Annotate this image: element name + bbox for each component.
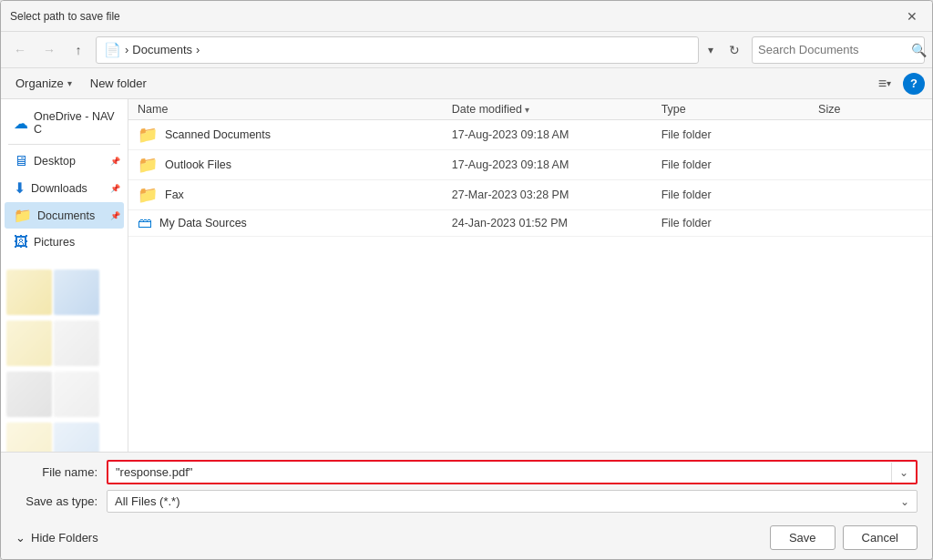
file-name-dropdown-button[interactable]: ⌄ [891, 463, 916, 483]
col-size-label: Size [818, 103, 840, 116]
desktop-icon: 🖥 [14, 153, 28, 169]
pinned-thumbnails [5, 266, 124, 452]
path-segment-documents: Documents [132, 43, 192, 56]
onedrive-icon: ☁ [14, 115, 28, 132]
file-type-0: File folder [661, 128, 818, 141]
col-date-label: Date modified [452, 103, 522, 116]
path-chevron-2: › [196, 43, 200, 56]
new-folder-button[interactable]: New folder [83, 73, 154, 94]
organize-dropdown-arrow: ▾ [67, 78, 72, 88]
file-list-header: Name Date modified ▾ Type Size [128, 99, 932, 120]
path-chevron: › [125, 43, 128, 56]
file-type-2: File folder [661, 188, 818, 201]
thumb-8 [54, 423, 99, 452]
sidebar-item-onedrive[interactable]: ☁ OneDrive - NAV C [5, 106, 124, 140]
sidebar-item-desktop[interactable]: 🖥 Desktop 📌 [5, 148, 124, 174]
col-header-type[interactable]: Type [661, 103, 818, 116]
help-button[interactable]: ? [903, 73, 925, 95]
sidebar-item-desktop-label: Desktop [34, 155, 76, 168]
search-input[interactable] [758, 43, 911, 56]
hide-folders-label: Hide Folders [31, 531, 98, 545]
desktop-pin-icon: 📌 [110, 157, 120, 166]
sidebar-item-downloads[interactable]: ⬇ Downloads 📌 [5, 175, 124, 201]
file-name-input[interactable] [108, 462, 891, 483]
hide-folders-button[interactable]: ⌄ Hide Folders [15, 531, 98, 545]
sidebar-item-documents-label: Documents [37, 209, 95, 222]
sidebar-item-pictures-label: Pictures [34, 236, 75, 249]
back-button[interactable]: ← [8, 38, 32, 62]
col-header-size[interactable]: Size [818, 103, 923, 116]
sidebar-item-documents[interactable]: 📁 Documents 📌 [5, 202, 124, 229]
address-bar: ← → ↑ 📄 › Documents › ▾ ↻ 🔍 [1, 32, 932, 68]
thumb-6 [54, 372, 99, 417]
sidebar: ☁ OneDrive - NAV C 🖥 Desktop 📌 ⬇ Downloa… [1, 99, 128, 452]
thumb-2 [54, 270, 99, 315]
main-area: ☁ OneDrive - NAV C 🖥 Desktop 📌 ⬇ Downloa… [1, 99, 932, 452]
footer-actions: Save Cancel [770, 525, 918, 550]
downloads-icon: ⬇ [14, 179, 26, 197]
table-row[interactable]: 🗃 My Data Sources 24-Jan-2023 01:52 PM F… [128, 210, 932, 237]
new-folder-label: New folder [90, 76, 147, 90]
organize-label: Organize [15, 76, 64, 90]
file-list: 📁 Scanned Documents 17-Aug-2023 09:18 AM… [128, 120, 932, 452]
cancel-button[interactable]: Cancel [843, 525, 918, 550]
pictures-icon: 🖼 [14, 234, 28, 250]
col-type-label: Type [661, 103, 686, 116]
folder-icon-0: 📁 [138, 125, 158, 145]
refresh-button[interactable]: ↻ [723, 38, 746, 62]
save-type-label: Save as type: [15, 494, 97, 508]
up-button[interactable]: ↑ [67, 38, 90, 62]
thumb-7 [6, 423, 52, 452]
file-name-label: File name: [15, 465, 97, 479]
thumb-5 [6, 372, 52, 417]
col-header-name[interactable]: Name [138, 103, 452, 116]
sort-arrow: ▾ [525, 105, 529, 115]
thumb-1 [6, 270, 52, 315]
sidebar-item-pictures[interactable]: 🖼 Pictures [5, 229, 124, 255]
footer: ⌄ Hide Folders Save Cancel [1, 520, 932, 559]
file-list-area: Name Date modified ▾ Type Size 📁 [128, 99, 932, 452]
save-type-value: All Files (*.*) [108, 491, 893, 512]
view-dropdown-arrow: ▾ [887, 78, 891, 88]
col-name-label: Name [138, 103, 168, 116]
file-date-1: 17-Aug-2023 09:18 AM [452, 158, 661, 171]
file-date-2: 27-Mar-2023 03:28 PM [452, 188, 661, 201]
save-type-dropdown-arrow: ⌄ [893, 492, 917, 512]
file-name-2: Fax [165, 188, 184, 201]
sidebar-item-downloads-label: Downloads [31, 182, 87, 195]
forward-button[interactable]: → [37, 38, 61, 62]
organize-button[interactable]: Organize ▾ [8, 73, 79, 94]
search-icon: 🔍 [911, 43, 927, 57]
folder-icon-1: 📁 [138, 155, 158, 175]
thumb-3 [6, 321, 52, 366]
sidebar-separator [8, 144, 120, 145]
help-icon: ? [910, 76, 918, 90]
thumb-4 [54, 321, 99, 366]
save-file-dialog: Select path to save file ✕ ← → ↑ 📄 › Doc… [0, 0, 933, 560]
title-bar: Select path to save file ✕ [1, 1, 932, 32]
search-box[interactable]: 🔍 [752, 36, 925, 64]
toolbar: Organize ▾ New folder ≡ ▾ ? [1, 68, 932, 99]
documents-pin-icon: 📌 [110, 211, 120, 220]
file-date-3: 24-Jan-2023 01:52 PM [452, 217, 661, 229]
file-type-3: File folder [661, 217, 818, 229]
address-dropdown-button[interactable]: ▾ [704, 44, 717, 56]
save-button[interactable]: Save [770, 525, 836, 550]
table-row[interactable]: 📁 Scanned Documents 17-Aug-2023 09:18 AM… [128, 120, 932, 150]
file-name-input-wrapper[interactable]: ⌄ [107, 460, 918, 484]
view-icon: ≡ [878, 76, 887, 92]
col-header-date[interactable]: Date modified ▾ [452, 103, 661, 116]
datasource-icon-3: 🗃 [138, 215, 152, 231]
dialog-title: Select path to save file [10, 10, 120, 23]
chevron-down-icon: ⌄ [15, 531, 26, 545]
close-button[interactable]: ✕ [901, 5, 923, 27]
address-path[interactable]: 📄 › Documents › [96, 36, 699, 64]
save-type-select-wrapper[interactable]: All Files (*.*) ⌄ [107, 490, 918, 513]
sidebar-item-onedrive-label: OneDrive - NAV C [34, 110, 115, 136]
file-name-3: My Data Sources [159, 217, 247, 229]
table-row[interactable]: 📁 Fax 27-Mar-2023 03:28 PM File folder [128, 180, 932, 210]
file-date-0: 17-Aug-2023 09:18 AM [452, 128, 661, 141]
table-row[interactable]: 📁 Outlook Files 17-Aug-2023 09:18 AM Fil… [128, 150, 932, 180]
folder-icon-2: 📁 [138, 185, 158, 205]
view-options-button[interactable]: ≡ ▾ [872, 71, 897, 97]
